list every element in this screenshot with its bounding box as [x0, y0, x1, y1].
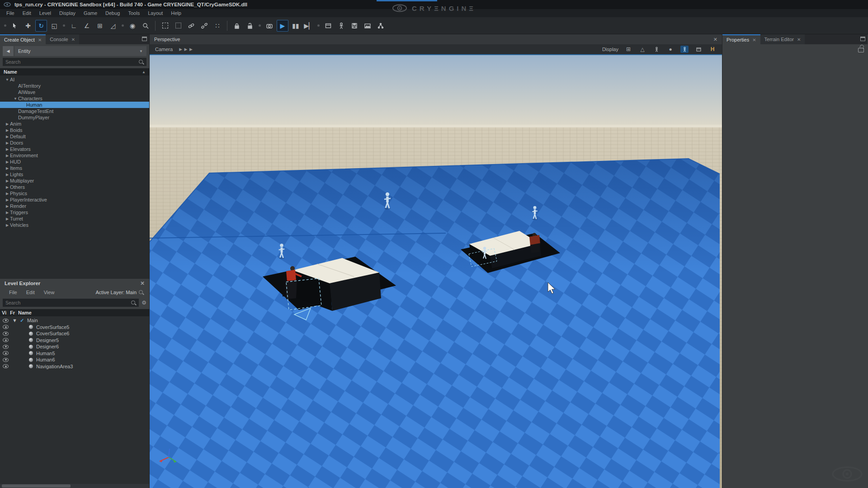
select-object-icon[interactable] [159, 20, 171, 32]
tree-item-ai[interactable]: ▼AI [0, 76, 149, 83]
scatter-icon[interactable]: ∷ [212, 20, 223, 32]
visibility-eye-icon[interactable] [3, 358, 9, 362]
tree-item-boids[interactable]: ▶Boids [0, 127, 149, 133]
chevron-right-icon[interactable]: ▶ [5, 128, 10, 132]
visibility-eye-icon[interactable] [3, 338, 9, 342]
chevron-right-icon[interactable]: ▶ [5, 223, 10, 227]
snap-bone-icon[interactable]: ∠ [81, 20, 93, 32]
visibility-eye-icon[interactable] [3, 332, 9, 336]
play-icon[interactable]: ▶ [277, 20, 288, 32]
tree-item-others[interactable]: ▶Others [0, 184, 149, 190]
menu-help[interactable]: Help [167, 10, 185, 16]
character-tool-icon[interactable] [335, 20, 347, 32]
chevron-right-icon[interactable]: ▶ [5, 192, 10, 196]
close-icon[interactable]: ✕ [38, 38, 42, 42]
tree-item-default[interactable]: ▶Default [0, 133, 149, 140]
visibility-eye-icon[interactable] [3, 364, 9, 368]
link-icon[interactable] [185, 20, 197, 32]
menu-level[interactable]: Level [36, 10, 55, 16]
level-row-coversurface5[interactable]: CoverSurface5 [0, 324, 149, 331]
tree-item-hud[interactable]: ▶HUD [0, 159, 149, 165]
tree-item-vehicles[interactable]: ▶Vehicles [0, 222, 149, 228]
le-menu-file[interactable]: File [5, 290, 21, 295]
character-display-icon[interactable] [680, 46, 689, 53]
column-header-fr[interactable]: Fr [8, 310, 16, 315]
menu-display[interactable]: Display [56, 10, 79, 16]
chevron-right-icon[interactable]: ▶ [5, 179, 10, 183]
level-row-human6[interactable]: Human6 [0, 357, 149, 363]
visibility-eye-icon[interactable] [3, 351, 9, 355]
tab-properties[interactable]: Properties✕ [722, 34, 760, 44]
chevron-right-icon[interactable]: ▶ [5, 135, 10, 139]
unlink-icon[interactable] [198, 20, 210, 32]
menu-tools[interactable]: Tools [124, 10, 143, 16]
column-header-name[interactable]: Name [16, 310, 149, 315]
tab-create-object[interactable]: Create Object✕ [0, 34, 46, 44]
chevron-down-icon[interactable]: ▼ [5, 78, 10, 82]
unlock-icon[interactable] [858, 48, 864, 52]
camera-menu[interactable]: Camera [155, 47, 173, 52]
tree-item-characters[interactable]: ▼Characters [0, 95, 149, 102]
tree-item-physics[interactable]: ▶Physics [0, 190, 149, 197]
tab-terrain-editor[interactable]: Terrain Editor✕ [760, 34, 805, 44]
layout-icon[interactable] [322, 20, 334, 32]
snap-surface-icon[interactable]: ◿ [107, 20, 119, 32]
chevron-down-icon[interactable]: ▼ [12, 318, 17, 323]
le-menu-edit[interactable]: Edit [23, 290, 38, 295]
screenshot-icon[interactable] [362, 20, 373, 32]
tree-name-header[interactable]: Name ▲ [0, 68, 149, 75]
display-menu[interactable]: Display [602, 47, 618, 52]
select-group-icon[interactable] [172, 20, 184, 32]
undock-icon[interactable] [860, 37, 865, 41]
save-icon[interactable] [349, 20, 360, 32]
tree-item-anim[interactable]: ▶Anim [0, 121, 149, 127]
horizontal-scrollbar[interactable] [0, 484, 149, 488]
back-button[interactable]: ◀ [3, 46, 14, 56]
chevron-right-icon[interactable]: ▶ [5, 198, 10, 202]
column-header-vi[interactable]: Vi [0, 310, 8, 315]
tree-item-render[interactable]: ▶Render [0, 203, 149, 209]
close-icon[interactable]: ✕ [71, 37, 75, 42]
gear-icon[interactable]: ⚙ [142, 300, 146, 306]
tree-item-multiplayer[interactable]: ▶Multiplayer [0, 178, 149, 184]
level-row-designer5[interactable]: Designer5 [0, 337, 149, 344]
undock-icon[interactable] [142, 37, 147, 41]
level-explorer-search-input[interactable] [5, 300, 131, 305]
pause-icon[interactable]: ▮▮ [290, 20, 302, 32]
step-icon[interactable]: ▶▏ [303, 20, 315, 32]
tree-item-playerinteractive[interactable]: ▶PlayerInteractive [0, 197, 149, 203]
level-row-coversurface6[interactable]: CoverSurface6 [0, 330, 149, 337]
create-object-search[interactable] [3, 58, 146, 66]
level-row-human5[interactable]: Human5 [0, 350, 149, 357]
search-icon[interactable] [138, 290, 144, 295]
level-row-main[interactable]: ▼✓Main [0, 317, 149, 324]
le-menu-view[interactable]: View [40, 290, 58, 295]
lock-icon[interactable] [231, 20, 243, 32]
tree-item-doors[interactable]: ▶Doors [0, 140, 149, 146]
visibility-eye-icon[interactable] [3, 319, 9, 323]
tree-item-aiterritory[interactable]: AITerritory [0, 83, 149, 89]
entity-category-dropdown[interactable]: Entity ▼ [14, 46, 146, 56]
camera-speed-icons[interactable]: ▶ ▶ ▶ [179, 47, 193, 52]
terrain-follow-icon[interactable]: ◉ [127, 20, 138, 32]
chevron-right-icon[interactable]: ▶ [5, 217, 10, 221]
chevron-right-icon[interactable]: ▶ [5, 185, 10, 189]
level-row-designer6[interactable]: Designer6 [0, 343, 149, 350]
game-camera-icon[interactable] [264, 20, 275, 32]
tree-item-dummyplayer[interactable]: DummyPlayer [0, 114, 149, 121]
chevron-right-icon[interactable]: ▶ [5, 160, 10, 164]
tree-item-triggers[interactable]: ▶Triggers [0, 209, 149, 216]
tree-item-items[interactable]: ▶Items [0, 165, 149, 171]
scale-icon[interactable]: ◱ [48, 20, 60, 32]
menu-game[interactable]: Game [80, 10, 101, 16]
tree-item-human[interactable]: Human [0, 102, 149, 108]
chevron-right-icon[interactable]: ▶ [5, 173, 10, 177]
tree-item-elevators[interactable]: ▶Elevators [0, 146, 149, 152]
tree-item-damagetestent[interactable]: DamageTestEnt [0, 108, 149, 114]
helpers-toggle[interactable]: H [708, 46, 717, 53]
level-row-navigationarea3[interactable]: NavigationArea3 [0, 363, 149, 370]
tree-item-lights[interactable]: ▶Lights [0, 171, 149, 178]
tree-item-environment[interactable]: ▶Environment [0, 152, 149, 159]
close-icon[interactable]: ✕ [140, 280, 145, 286]
chevron-right-icon[interactable]: ▶ [5, 166, 10, 170]
